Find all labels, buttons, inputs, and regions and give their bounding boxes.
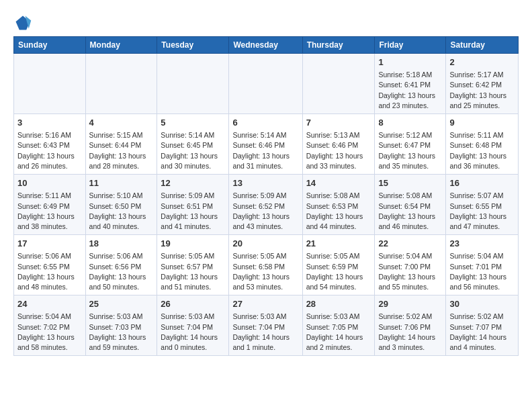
day-cell: 3Sunrise: 5:16 AM Sunset: 6:43 PM Daylig… (14, 114, 86, 175)
day-info: Sunrise: 5:14 AM Sunset: 6:45 PM Dayligh… (161, 130, 225, 171)
day-cell: 5Sunrise: 5:14 AM Sunset: 6:45 PM Daylig… (157, 114, 229, 175)
day-cell: 21Sunrise: 5:05 AM Sunset: 6:59 PM Dayli… (302, 235, 375, 295)
day-number: 8 (378, 117, 442, 129)
week-row-5: 24Sunrise: 5:04 AM Sunset: 7:02 PM Dayli… (14, 295, 519, 356)
day-number: 28 (306, 298, 371, 310)
day-number: 20 (232, 238, 298, 250)
day-info: Sunrise: 5:08 AM Sunset: 6:53 PM Dayligh… (306, 191, 371, 232)
day-number: 30 (449, 298, 515, 310)
day-info: Sunrise: 5:18 AM Sunset: 6:41 PM Dayligh… (378, 70, 442, 111)
logo (13, 13, 35, 32)
day-cell: 7Sunrise: 5:13 AM Sunset: 6:46 PM Daylig… (302, 114, 375, 175)
day-info: Sunrise: 5:16 AM Sunset: 6:43 PM Dayligh… (17, 130, 82, 171)
day-cell: 29Sunrise: 5:02 AM Sunset: 7:06 PM Dayli… (375, 295, 446, 356)
day-number: 14 (306, 177, 371, 189)
day-info: Sunrise: 5:07 AM Sunset: 6:55 PM Dayligh… (449, 191, 515, 232)
week-row-3: 10Sunrise: 5:11 AM Sunset: 6:49 PM Dayli… (14, 175, 519, 235)
day-cell: 2Sunrise: 5:17 AM Sunset: 6:42 PM Daylig… (446, 54, 519, 114)
day-number: 7 (306, 117, 371, 129)
day-number: 5 (161, 117, 225, 129)
day-info: Sunrise: 5:03 AM Sunset: 7:04 PM Dayligh… (232, 312, 298, 353)
header-cell-wednesday: Wednesday (229, 37, 302, 54)
day-info: Sunrise: 5:11 AM Sunset: 6:48 PM Dayligh… (449, 130, 515, 171)
day-info: Sunrise: 5:15 AM Sunset: 6:44 PM Dayligh… (89, 130, 154, 171)
day-cell: 6Sunrise: 5:14 AM Sunset: 6:46 PM Daylig… (229, 114, 302, 175)
day-cell (157, 54, 229, 114)
day-info: Sunrise: 5:12 AM Sunset: 6:47 PM Dayligh… (378, 130, 442, 171)
day-number: 18 (89, 238, 154, 250)
day-cell: 25Sunrise: 5:03 AM Sunset: 7:03 PM Dayli… (85, 295, 157, 356)
day-number: 17 (17, 238, 82, 250)
header-cell-tuesday: Tuesday (157, 37, 229, 54)
day-number: 22 (378, 238, 442, 250)
day-info: Sunrise: 5:05 AM Sunset: 6:58 PM Dayligh… (232, 251, 298, 292)
day-number: 16 (449, 177, 515, 189)
day-info: Sunrise: 5:04 AM Sunset: 7:01 PM Dayligh… (449, 251, 515, 292)
day-number: 19 (161, 238, 225, 250)
day-cell: 24Sunrise: 5:04 AM Sunset: 7:02 PM Dayli… (14, 295, 86, 356)
day-number: 3 (17, 117, 82, 129)
day-number: 11 (89, 177, 154, 189)
calendar-table: SundayMondayTuesdayWednesdayThursdayFrid… (13, 36, 519, 356)
day-cell: 27Sunrise: 5:03 AM Sunset: 7:04 PM Dayli… (229, 295, 302, 356)
header-cell-sunday: Sunday (14, 37, 86, 54)
header-cell-saturday: Saturday (446, 37, 519, 54)
day-cell: 22Sunrise: 5:04 AM Sunset: 7:00 PM Dayli… (375, 235, 446, 295)
day-info: Sunrise: 5:13 AM Sunset: 6:46 PM Dayligh… (306, 130, 371, 171)
day-number: 9 (449, 117, 515, 129)
day-info: Sunrise: 5:04 AM Sunset: 7:02 PM Dayligh… (17, 312, 82, 353)
day-number: 2 (449, 56, 515, 68)
day-info: Sunrise: 5:17 AM Sunset: 6:42 PM Dayligh… (449, 70, 515, 111)
day-number: 15 (378, 177, 442, 189)
day-number: 23 (449, 238, 515, 250)
day-number: 4 (89, 117, 154, 129)
day-cell: 30Sunrise: 5:02 AM Sunset: 7:07 PM Dayli… (446, 295, 519, 356)
day-cell (85, 54, 157, 114)
day-cell: 9Sunrise: 5:11 AM Sunset: 6:48 PM Daylig… (446, 114, 519, 175)
header-area (13, 11, 519, 32)
day-info: Sunrise: 5:03 AM Sunset: 7:03 PM Dayligh… (89, 312, 154, 353)
day-cell (14, 54, 86, 114)
day-cell: 28Sunrise: 5:03 AM Sunset: 7:05 PM Dayli… (302, 295, 375, 356)
day-cell: 26Sunrise: 5:03 AM Sunset: 7:04 PM Dayli… (157, 295, 229, 356)
day-cell: 15Sunrise: 5:08 AM Sunset: 6:54 PM Dayli… (375, 175, 446, 235)
day-number: 24 (17, 298, 82, 310)
header-cell-thursday: Thursday (302, 37, 375, 54)
header-cell-friday: Friday (375, 37, 446, 54)
day-number: 21 (306, 238, 371, 250)
day-info: Sunrise: 5:04 AM Sunset: 7:00 PM Dayligh… (378, 251, 442, 292)
day-cell: 20Sunrise: 5:05 AM Sunset: 6:58 PM Dayli… (229, 235, 302, 295)
page: SundayMondayTuesdayWednesdayThursdayFrid… (0, 0, 532, 363)
day-cell: 23Sunrise: 5:04 AM Sunset: 7:01 PM Dayli… (446, 235, 519, 295)
day-info: Sunrise: 5:11 AM Sunset: 6:49 PM Dayligh… (17, 191, 82, 232)
day-number: 6 (232, 117, 298, 129)
day-cell: 11Sunrise: 5:10 AM Sunset: 6:50 PM Dayli… (85, 175, 157, 235)
day-cell: 12Sunrise: 5:09 AM Sunset: 6:51 PM Dayli… (157, 175, 229, 235)
day-cell: 19Sunrise: 5:05 AM Sunset: 6:57 PM Dayli… (157, 235, 229, 295)
day-number: 25 (89, 298, 154, 310)
day-cell: 18Sunrise: 5:06 AM Sunset: 6:56 PM Dayli… (85, 235, 157, 295)
day-cell: 17Sunrise: 5:06 AM Sunset: 6:55 PM Dayli… (14, 235, 86, 295)
day-info: Sunrise: 5:08 AM Sunset: 6:54 PM Dayligh… (378, 191, 442, 232)
day-number: 12 (161, 177, 225, 189)
week-row-2: 3Sunrise: 5:16 AM Sunset: 6:43 PM Daylig… (14, 114, 519, 175)
day-cell: 1Sunrise: 5:18 AM Sunset: 6:41 PM Daylig… (375, 54, 446, 114)
week-row-4: 17Sunrise: 5:06 AM Sunset: 6:55 PM Dayli… (14, 235, 519, 295)
day-cell: 10Sunrise: 5:11 AM Sunset: 6:49 PM Dayli… (14, 175, 86, 235)
day-number: 27 (232, 298, 298, 310)
day-number: 29 (378, 298, 442, 310)
day-info: Sunrise: 5:14 AM Sunset: 6:46 PM Dayligh… (232, 130, 298, 171)
day-info: Sunrise: 5:06 AM Sunset: 6:56 PM Dayligh… (89, 251, 154, 292)
day-cell: 14Sunrise: 5:08 AM Sunset: 6:53 PM Dayli… (302, 175, 375, 235)
day-info: Sunrise: 5:06 AM Sunset: 6:55 PM Dayligh… (17, 251, 82, 292)
day-info: Sunrise: 5:09 AM Sunset: 6:51 PM Dayligh… (161, 191, 225, 232)
header-row: SundayMondayTuesdayWednesdayThursdayFrid… (14, 37, 519, 54)
week-row-1: 1Sunrise: 5:18 AM Sunset: 6:41 PM Daylig… (14, 54, 519, 114)
day-info: Sunrise: 5:02 AM Sunset: 7:07 PM Dayligh… (449, 312, 515, 353)
day-cell: 4Sunrise: 5:15 AM Sunset: 6:44 PM Daylig… (85, 114, 157, 175)
day-cell: 13Sunrise: 5:09 AM Sunset: 6:52 PM Dayli… (229, 175, 302, 235)
day-info: Sunrise: 5:09 AM Sunset: 6:52 PM Dayligh… (232, 191, 298, 232)
day-number: 26 (161, 298, 225, 310)
header-cell-monday: Monday (85, 37, 157, 54)
day-info: Sunrise: 5:03 AM Sunset: 7:04 PM Dayligh… (161, 312, 225, 353)
